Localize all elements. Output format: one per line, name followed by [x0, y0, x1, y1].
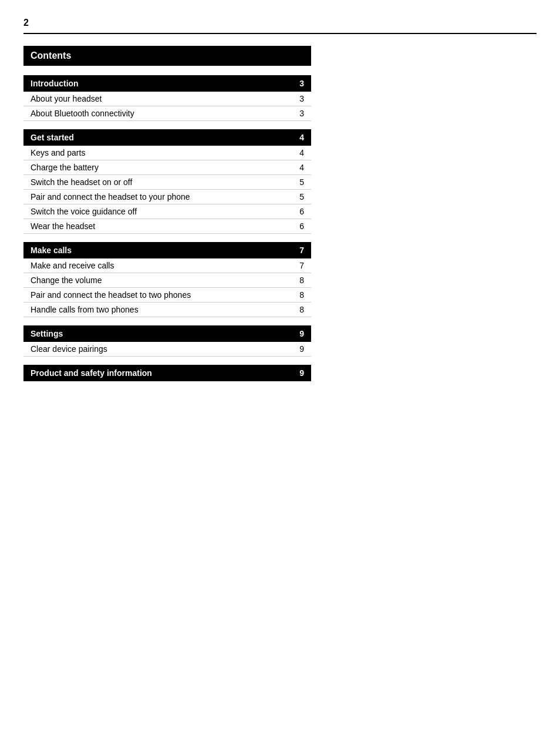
- entry-text: Make and receive calls: [31, 261, 292, 270]
- entry-text: Handle calls from two phones: [31, 305, 292, 314]
- entry-page: 4: [292, 148, 304, 157]
- entry-page: 9: [292, 344, 304, 354]
- entry-page: 8: [292, 290, 304, 300]
- section-title-get-started: Get started: [31, 133, 74, 142]
- section-header-get-started: Get started4: [23, 129, 311, 146]
- entry-page: 6: [292, 207, 304, 216]
- entry-page: 8: [292, 276, 304, 285]
- toc-entry: Change the volume8: [23, 273, 311, 288]
- section-product-safety: Product and safety information9: [23, 365, 537, 381]
- entry-text: Change the volume: [31, 276, 292, 285]
- entry-page: 5: [292, 192, 304, 201]
- entry-text: Wear the headset: [31, 221, 292, 231]
- toc-container: Introduction3About your headset3About Bl…: [23, 75, 537, 381]
- entry-page: 5: [292, 177, 304, 187]
- toc-entry: Switch the headset on or off5: [23, 175, 311, 190]
- entry-page: 8: [292, 305, 304, 314]
- section-page-product-safety: 9: [299, 368, 304, 378]
- entry-text: Keys and parts: [31, 148, 292, 157]
- entry-page: 3: [292, 94, 304, 103]
- entry-text: Pair and connect the headset to two phon…: [31, 290, 292, 300]
- entry-text: Switch the headset on or off: [31, 177, 292, 187]
- entry-text: About Bluetooth connectivity: [31, 109, 292, 118]
- toc-entry: Keys and parts4: [23, 146, 311, 160]
- section-page-get-started: 4: [299, 133, 304, 142]
- section-page-make-calls: 7: [299, 246, 304, 255]
- section-header-make-calls: Make calls7: [23, 242, 311, 258]
- section-page-introduction: 3: [299, 79, 304, 88]
- contents-header: Contents: [23, 46, 311, 66]
- section-title-introduction: Introduction: [31, 79, 79, 88]
- toc-entry: Make and receive calls7: [23, 258, 311, 273]
- entry-text: Pair and connect the headset to your pho…: [31, 192, 292, 201]
- toc-entry: About your headset3: [23, 92, 311, 106]
- toc-entry: Clear device pairings9: [23, 342, 311, 357]
- entry-text: Switch the voice guidance off: [31, 207, 292, 216]
- entry-page: 3: [292, 109, 304, 118]
- entry-text: Clear device pairings: [31, 344, 292, 354]
- entry-page: 6: [292, 221, 304, 231]
- entry-page: 7: [292, 261, 304, 270]
- section-get-started: Get started4Keys and parts4Charge the ba…: [23, 129, 537, 234]
- toc-entry: About Bluetooth connectivity3: [23, 106, 311, 121]
- section-header-introduction: Introduction3: [23, 75, 311, 92]
- entry-text: Charge the battery: [31, 163, 292, 172]
- section-header-settings: Settings9: [23, 325, 311, 342]
- section-settings: Settings9Clear device pairings9: [23, 325, 537, 357]
- section-header-product-safety: Product and safety information9: [23, 365, 311, 381]
- section-introduction: Introduction3About your headset3About Bl…: [23, 75, 537, 121]
- toc-entry: Handle calls from two phones8: [23, 303, 311, 317]
- section-title-product-safety: Product and safety information: [31, 368, 152, 378]
- section-page-settings: 9: [299, 329, 304, 338]
- entry-page: 4: [292, 163, 304, 172]
- toc-entry: Pair and connect the headset to two phon…: [23, 288, 311, 303]
- toc-entry: Pair and connect the headset to your pho…: [23, 190, 311, 204]
- toc-entry: Wear the headset6: [23, 219, 311, 234]
- section-title-settings: Settings: [31, 329, 63, 338]
- section-title-make-calls: Make calls: [31, 246, 72, 255]
- toc-entry: Charge the battery4: [23, 160, 311, 175]
- toc-entry: Switch the voice guidance off6: [23, 204, 311, 219]
- page-number: 2: [23, 18, 537, 34]
- section-make-calls: Make calls7Make and receive calls7Change…: [23, 242, 537, 317]
- entry-text: About your headset: [31, 94, 292, 103]
